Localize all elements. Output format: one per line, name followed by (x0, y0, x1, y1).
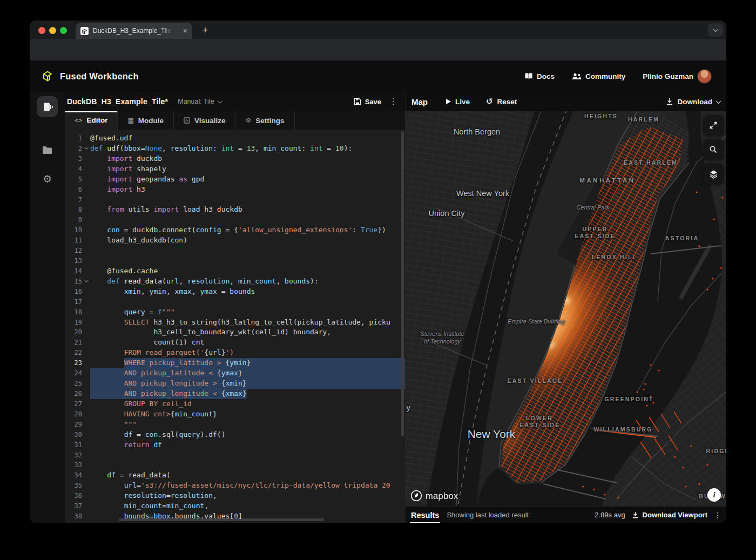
user-menu[interactable]: Plinio Guzman (643, 69, 712, 84)
code-line-32[interactable]: 32 (65, 450, 405, 461)
map-info-button[interactable]: i (707, 488, 721, 502)
code-line-25[interactable]: 25 AND pickup_longitude > {xmin} (65, 379, 405, 389)
browser-tab[interactable]: DuckDB_H3_Example_Tile - × (76, 23, 192, 39)
community-button[interactable]: Community (572, 72, 625, 80)
results-menu-icon[interactable]: ⋮ (714, 511, 721, 519)
code-editor[interactable]: 1@fused.udf2def udf(bbox=None, resolutio… (65, 130, 405, 523)
code-line-22[interactable]: 22 FROM read_parquet('{url}') (65, 348, 405, 358)
code-line-11[interactable]: 11 load_h3_duckdb(con) (65, 235, 405, 246)
layers-icon (709, 170, 718, 179)
sidebar-item-files[interactable] (30, 146, 65, 154)
new-tab-button[interactable]: + (198, 23, 212, 37)
tab-search-chevron-button[interactable] (708, 23, 723, 37)
fold-chevron-icon[interactable] (82, 281, 90, 282)
code-line-21[interactable]: 21 count(1) cnt (65, 338, 405, 348)
results-tab[interactable]: Results (410, 507, 440, 523)
code-line-4[interactable]: 4 import shapely (65, 164, 405, 174)
line-number: 10 (65, 225, 82, 235)
docs-button[interactable]: Docs (524, 72, 555, 80)
sidebar-item-udf-editor[interactable] (37, 96, 58, 117)
save-icon (354, 98, 361, 105)
code-line-24[interactable]: 24 AND pickup_latitude < {ymax} (65, 368, 405, 379)
user-avatar[interactable] (697, 69, 712, 84)
code-text: def read_data(url, resolution, min_count… (90, 276, 405, 287)
line-number: 31 (65, 440, 82, 450)
code-line-36[interactable]: 36 resolution=resolution, (65, 491, 405, 501)
code-line-8[interactable]: 8 from utils import load_h3_duckdb (65, 205, 405, 215)
reset-button[interactable]: ↺ Reset (486, 97, 517, 106)
code-line-13[interactable]: 13 (65, 256, 405, 266)
tab-editor[interactable]: <>Editor (65, 111, 118, 130)
code-line-26[interactable]: 26 AND pickup_longitude < {xmax} (65, 389, 405, 399)
code-line-17[interactable]: 17 (65, 297, 405, 307)
tab-favicon (80, 27, 89, 35)
map-canvas[interactable]: HEIGHTSHARLEMNorth BergenEAST HARLEMMANH… (405, 111, 726, 506)
code-line-7[interactable]: 7 (65, 195, 405, 205)
code-line-16[interactable]: 16 xmin, ymin, xmax, ymax = bounds (65, 287, 405, 297)
code-text: WHERE pickup_latitude > {ymin} (90, 358, 405, 368)
code-line-33[interactable]: 33 (65, 460, 405, 470)
live-button[interactable]: Live (446, 98, 470, 106)
editor-menu-icon[interactable]: ⋮ (389, 97, 397, 106)
code-line-31[interactable]: 31 return df (65, 440, 405, 450)
code-line-20[interactable]: 20 h3_cell_to_boundary_wkt(cell_id) boun… (65, 327, 405, 338)
code-text (90, 246, 405, 256)
line-number: 28 (65, 409, 82, 420)
code-line-34[interactable]: 34 df = read_data( (65, 470, 405, 481)
code-line-30[interactable]: 30 df = con.sql(query).df() (65, 430, 405, 440)
code-line-3[interactable]: 3 import duckdb (65, 154, 405, 164)
code-line-29[interactable]: 29 """ (65, 420, 405, 430)
line-number: 12 (65, 246, 82, 256)
code-text (90, 450, 405, 461)
code-line-14[interactable]: 14 @fused.cache (65, 266, 405, 276)
map-expand-button[interactable] (703, 115, 724, 136)
code-line-5[interactable]: 5 import geopandas as gpd (65, 174, 405, 185)
download-viewport-button[interactable]: Download Viewport (632, 511, 707, 519)
line-number: 27 (65, 399, 82, 409)
code-line-15[interactable]: 15 def read_data(url, resolution, min_co… (65, 276, 405, 287)
app-title: Fused Workbench (60, 71, 139, 82)
code-text: FROM read_parquet('{url}') (90, 348, 405, 358)
line-number: 25 (65, 379, 82, 389)
module-grid-icon: ▦ (127, 117, 133, 124)
sidebar-item-settings[interactable]: ⚙ (30, 173, 65, 185)
map-layers-button[interactable] (703, 164, 724, 184)
visualize-icon (184, 117, 190, 124)
code-line-9[interactable]: 9 (65, 215, 405, 225)
vertical-scrollbar[interactable] (401, 131, 404, 436)
results-status: Showing last loaded result (447, 511, 529, 519)
download-button[interactable]: Download (666, 98, 721, 106)
code-text: from utils import load_h3_duckdb (90, 205, 405, 215)
zoom-window-button[interactable] (60, 27, 67, 34)
mapbox-logo[interactable]: mapbox (410, 490, 458, 502)
tab-close-icon[interactable]: × (183, 27, 187, 35)
mode-dropdown[interactable]: Manual: Tile (178, 98, 221, 105)
tab-settings[interactable]: ⚙Settings (236, 111, 295, 130)
tab-visualize[interactable]: Visualize (174, 111, 236, 130)
code-line-23[interactable]: 23 WHERE pickup_latitude > {ymin} (65, 358, 405, 368)
minimize-window-button[interactable] (49, 27, 56, 34)
line-number: 37 (65, 501, 82, 511)
line-number: 34 (65, 470, 82, 481)
map-search-button[interactable] (703, 139, 724, 160)
code-line-28[interactable]: 28 HAVING cnt>{min_count} (65, 409, 405, 420)
code-line-18[interactable]: 18 query = f""" (65, 307, 405, 318)
code-line-19[interactable]: 19 SELECT h3_h3_to_string(h3_latlng_to_c… (65, 318, 405, 328)
code-line-6[interactable]: 6 import h3 (65, 185, 405, 195)
save-button[interactable]: Save (354, 98, 381, 106)
fold-chevron-icon[interactable] (82, 148, 90, 150)
code-line-2[interactable]: 2def udf(bbox=None, resolution: int = 13… (65, 144, 405, 154)
line-number: 1 (65, 133, 82, 144)
code-line-10[interactable]: 10 con = duckdb.connect(config = {'allow… (65, 225, 405, 235)
tab-module[interactable]: ▦Module (118, 111, 174, 130)
line-number: 4 (65, 164, 82, 174)
code-icon: <> (75, 117, 82, 124)
code-line-35[interactable]: 35 url='s3://fused-asset/misc/nyc/tlc/tr… (65, 481, 405, 491)
line-number: 24 (65, 368, 82, 379)
code-line-27[interactable]: 27 GROUP BY cell_id (65, 399, 405, 409)
code-line-37[interactable]: 37 min_count=min_count, (65, 501, 405, 511)
code-line-1[interactable]: 1@fused.udf (65, 133, 405, 144)
code-line-12[interactable]: 12 (65, 246, 405, 256)
code-text: resolution=resolution, (90, 491, 405, 501)
close-window-button[interactable] (38, 27, 45, 34)
